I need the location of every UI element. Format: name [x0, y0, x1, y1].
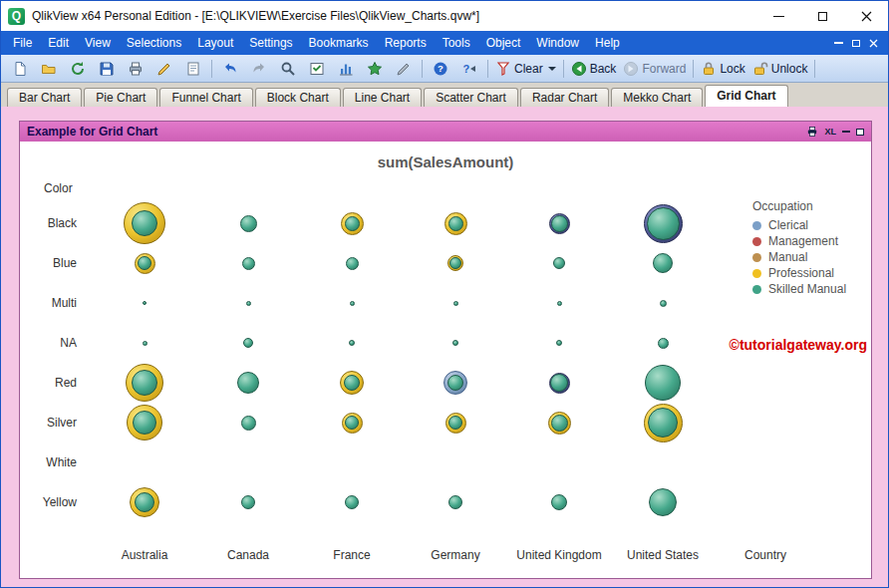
menu-selections[interactable]: Selections: [119, 31, 189, 55]
bubble-ring[interactable]: [647, 207, 680, 240]
tab-scatter-chart[interactable]: Scatter Chart: [424, 88, 518, 107]
toolbar-favorites-button[interactable]: [361, 58, 389, 80]
grid-cell-blue-canada[interactable]: [196, 243, 300, 283]
tab-mekko-chart[interactable]: Mekko Chart: [611, 88, 703, 107]
row-label-blue[interactable]: Blue: [20, 243, 93, 283]
grid-cell-silver-australia[interactable]: [93, 403, 196, 442]
bubble-ring[interactable]: [553, 257, 565, 269]
bubble-ring[interactable]: [126, 364, 163, 402]
row-label-red[interactable]: Red: [20, 363, 93, 403]
toolbar-back-button[interactable]: Back: [568, 58, 620, 80]
bubble-ring[interactable]: [644, 404, 683, 442]
close-button[interactable]: [844, 1, 888, 31]
bubble-ring[interactable]: [132, 370, 157, 396]
grid-cell-yellow-australia[interactable]: [93, 482, 196, 522]
toolbar-lock-button[interactable]: Lock: [698, 58, 747, 80]
toolbar-context-help-button[interactable]: ?: [455, 58, 483, 80]
row-label-silver[interactable]: Silver: [20, 403, 93, 442]
grid-cell-red-canada[interactable]: [196, 363, 300, 403]
menu-bookmarks[interactable]: Bookmarks: [301, 31, 377, 55]
bubble-ring[interactable]: [135, 492, 154, 512]
bubble-ring[interactable]: [143, 301, 147, 305]
bubble-ring[interactable]: [242, 257, 255, 270]
toolbar-unlock-button[interactable]: Unlock: [749, 58, 811, 80]
bubble-ring[interactable]: [551, 494, 567, 510]
grid-cell-silver-united-states[interactable]: [611, 403, 715, 442]
menu-reports[interactable]: Reports: [377, 31, 435, 55]
menu-settings[interactable]: Settings: [241, 31, 300, 55]
bubble-ring[interactable]: [240, 215, 257, 232]
tab-funnel-chart[interactable]: Funnel Chart: [159, 88, 252, 107]
mdi-close-icon[interactable]: [869, 39, 878, 48]
bubble-ring[interactable]: [549, 373, 570, 394]
tab-line-chart[interactable]: Line Chart: [343, 88, 422, 107]
menu-layout[interactable]: Layout: [189, 31, 241, 55]
menu-help[interactable]: Help: [587, 31, 628, 55]
bubble-ring[interactable]: [346, 257, 359, 270]
grid-cell-multi-united-states[interactable]: [611, 283, 715, 323]
column-label-canada[interactable]: Canada: [196, 544, 300, 566]
toolbar-open-folder-button[interactable]: [35, 58, 63, 80]
grid-cell-multi-germany[interactable]: [404, 283, 507, 323]
bubble-ring[interactable]: [349, 340, 355, 346]
toolbar-edit-sheet-button[interactable]: [150, 58, 178, 80]
bubble-ring[interactable]: [551, 215, 568, 232]
grid-cell-na-canada[interactable]: [196, 323, 300, 363]
legend-item-skilled-manual[interactable]: Skilled Manual: [752, 281, 846, 297]
bubble-ring[interactable]: [447, 375, 463, 391]
grid-cell-multi-australia[interactable]: [93, 283, 196, 323]
print-icon[interactable]: [806, 126, 818, 138]
grid-cell-multi-united-kingdom[interactable]: [507, 283, 611, 323]
bubble-ring[interactable]: [649, 488, 677, 516]
toolbar-print-button[interactable]: [122, 58, 149, 80]
grid-cell-black-united-kingdom[interactable]: [507, 203, 611, 243]
grid-cell-multi-france[interactable]: [300, 283, 404, 323]
bubble-ring[interactable]: [448, 495, 462, 509]
grid-cell-blue-germany[interactable]: [404, 243, 507, 283]
bubble-ring[interactable]: [557, 301, 562, 306]
grid-cell-red-united-kingdom[interactable]: [507, 363, 611, 403]
mdi-minimize-icon[interactable]: [834, 42, 843, 44]
grid-cell-na-germany[interactable]: [404, 323, 507, 363]
toolbar-quick-chart-button[interactable]: [332, 58, 360, 80]
chart-maximize-icon[interactable]: [856, 129, 864, 136]
grid-cell-silver-germany[interactable]: [404, 403, 507, 442]
bubble-ring[interactable]: [453, 301, 458, 306]
bubble-ring[interactable]: [143, 341, 148, 346]
bubble-ring[interactable]: [243, 338, 253, 348]
toolbar-current-selections-button[interactable]: [303, 58, 331, 80]
toolbar-design-button[interactable]: [390, 58, 418, 80]
bubble-ring[interactable]: [138, 256, 151, 270]
bubble-ring[interactable]: [237, 372, 259, 394]
bubble-ring[interactable]: [135, 253, 155, 274]
grid-cell-black-france[interactable]: [300, 203, 404, 243]
chart-minimize-icon[interactable]: [842, 131, 850, 133]
grid-cell-na-australia[interactable]: [93, 323, 196, 363]
row-label-yellow[interactable]: Yellow: [20, 482, 93, 522]
column-label-germany[interactable]: Germany: [404, 544, 507, 566]
grid-cell-na-france[interactable]: [300, 323, 404, 363]
bubble-ring[interactable]: [124, 202, 165, 244]
grid-cell-silver-canada[interactable]: [196, 403, 300, 442]
menu-object[interactable]: Object: [478, 31, 529, 55]
toolbar-sheet-properties-button[interactable]: [179, 58, 207, 80]
bubble-ring[interactable]: [345, 416, 359, 430]
bubble-ring[interactable]: [448, 416, 462, 430]
bubble-ring[interactable]: [341, 212, 364, 235]
menu-tools[interactable]: Tools: [435, 31, 478, 55]
bubble-ring[interactable]: [130, 487, 159, 517]
titlebar[interactable]: Q QlikView x64 Personal Edition - [E:\QL…: [1, 1, 888, 31]
grid-cell-red-australia[interactable]: [93, 363, 196, 403]
toolbar-reload-button[interactable]: [64, 58, 92, 80]
toolbar-search-button[interactable]: [274, 58, 302, 80]
legend-item-manual[interactable]: Manual: [752, 249, 846, 265]
legend-item-professional[interactable]: Professional: [752, 265, 846, 281]
column-label-france[interactable]: France: [300, 544, 404, 566]
bubble-ring[interactable]: [550, 374, 568, 392]
grid-cell-black-canada[interactable]: [196, 203, 300, 243]
bubble-ring[interactable]: [548, 412, 571, 435]
grid-cell-yellow-united-states[interactable]: [611, 482, 715, 522]
chart-caption[interactable]: Example for Grid Chart XL: [20, 122, 871, 142]
menu-file[interactable]: File: [5, 31, 40, 55]
tab-bar-chart[interactable]: Bar Chart: [7, 88, 82, 107]
